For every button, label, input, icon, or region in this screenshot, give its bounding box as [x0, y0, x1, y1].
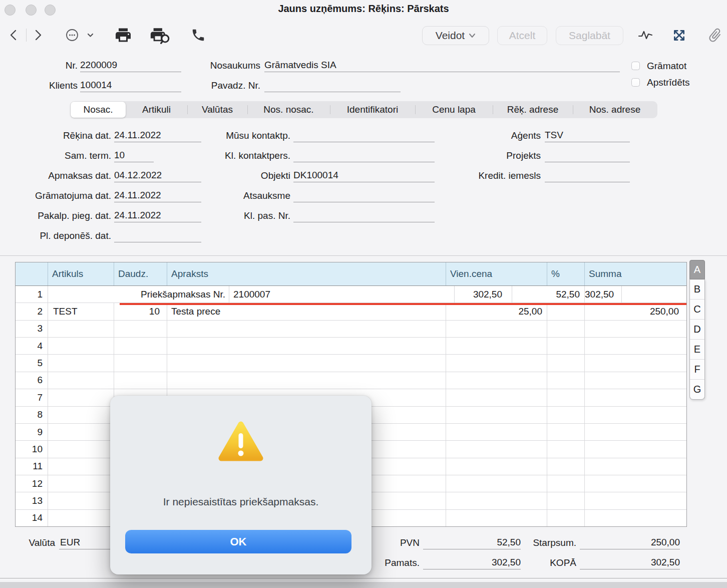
- more-options-icon[interactable]: [65, 28, 97, 42]
- letter-tab-b[interactable]: B: [690, 279, 704, 300]
- tab-cenu-lapa[interactable]: Cenu lapa: [415, 102, 493, 118]
- agents-field[interactable]: TSV: [545, 127, 630, 142]
- pakalp-pieg-dat-field[interactable]: 24.11.2022: [114, 207, 201, 222]
- vien-cena-cell[interactable]: 302,50: [455, 286, 512, 303]
- table-cell[interactable]: [48, 441, 114, 457]
- table-cell[interactable]: [114, 372, 167, 389]
- letter-tab-d[interactable]: D: [690, 320, 704, 340]
- tab-r-adrese[interactable]: Rēķ. adrese: [493, 102, 573, 118]
- table-row[interactable]: 6: [16, 372, 686, 389]
- table-cell[interactable]: [585, 510, 686, 526]
- table-cell[interactable]: [446, 321, 547, 337]
- table-row[interactable]: 5: [16, 355, 686, 372]
- table-cell[interactable]: [48, 355, 114, 371]
- artikuls-cell[interactable]: TEST: [48, 303, 114, 320]
- table-cell[interactable]: [446, 424, 547, 440]
- letter-tab-a-selected[interactable]: A: [689, 260, 705, 279]
- tab-identifikatori[interactable]: Identifikatori: [330, 102, 415, 118]
- summa-cell[interactable]: 250,00: [585, 303, 686, 320]
- table-cell[interactable]: [547, 458, 585, 475]
- musu-kontaktp-field[interactable]: [293, 127, 435, 142]
- rekina-dat-field[interactable]: 24.11.2022: [114, 127, 201, 142]
- table-cell[interactable]: [48, 372, 114, 389]
- table-row-item[interactable]: 2 TEST 10 Testa prece 25,00 250,00: [16, 303, 686, 320]
- nr-field[interactable]: 2200009: [80, 57, 181, 72]
- table-cell[interactable]: [585, 338, 686, 354]
- table-cell[interactable]: [167, 338, 446, 354]
- phone-icon[interactable]: [191, 28, 206, 43]
- table-cell[interactable]: [446, 338, 547, 354]
- kopa-field[interactable]: 302,50: [580, 554, 680, 569]
- atsauksme-field[interactable]: [293, 187, 435, 202]
- table-cell[interactable]: [48, 407, 114, 423]
- summa-cell[interactable]: 302,50: [585, 286, 622, 303]
- table-cell[interactable]: [547, 441, 585, 457]
- atcelt-button[interactable]: Atcelt: [497, 26, 547, 45]
- saglabat-button[interactable]: Saglabāt: [556, 26, 623, 45]
- table-cell[interactable]: [446, 389, 547, 406]
- table-cell[interactable]: [585, 372, 686, 389]
- gramatot-checkbox[interactable]: [631, 62, 640, 70]
- pct-cell[interactable]: 52,50: [512, 286, 585, 303]
- table-cell[interactable]: [167, 372, 446, 389]
- table-row[interactable]: 4: [16, 338, 686, 355]
- starpsum-field[interactable]: 250,00: [580, 534, 680, 549]
- table-cell[interactable]: [585, 492, 686, 509]
- gramatojuma-dat-field[interactable]: 24.11.2022: [114, 187, 201, 202]
- table-cell[interactable]: [48, 510, 114, 526]
- activity-icon[interactable]: [638, 29, 653, 42]
- table-cell[interactable]: [547, 338, 585, 354]
- tab-artikuli[interactable]: Artikuli: [126, 102, 187, 118]
- table-cell[interactable]: [547, 407, 585, 423]
- print-preview-icon[interactable]: [149, 26, 171, 45]
- table-cell[interactable]: [547, 372, 585, 389]
- table-row-prepayment[interactable]: 1 Priekšapmaksas Nr. 2100007 302,50 52,5…: [16, 286, 686, 303]
- sam-term-field[interactable]: 10: [114, 147, 154, 162]
- vien-cena-cell[interactable]: 25,00: [446, 303, 547, 320]
- table-cell[interactable]: [114, 355, 167, 371]
- letter-tab-f[interactable]: F: [690, 360, 704, 380]
- table-cell[interactable]: [48, 321, 114, 337]
- kl-kontaktpers-field[interactable]: [293, 147, 435, 162]
- table-cell[interactable]: [446, 492, 547, 509]
- projekts-field[interactable]: [545, 147, 630, 162]
- prepayment-number-cell[interactable]: 2100007: [229, 286, 455, 303]
- nosaukums-field[interactable]: Grāmatvedis SIA: [264, 57, 620, 72]
- table-cell[interactable]: [547, 475, 585, 492]
- expand-icon[interactable]: [672, 29, 686, 42]
- table-cell[interactable]: [446, 458, 547, 475]
- kl-pas-nr-field[interactable]: [293, 207, 435, 222]
- tab-nos-adrese[interactable]: Nos. adrese: [573, 102, 657, 118]
- table-cell[interactable]: [446, 372, 547, 389]
- table-cell[interactable]: [48, 458, 114, 475]
- letter-tab-g[interactable]: G: [690, 380, 704, 399]
- pct-cell[interactable]: [547, 303, 585, 320]
- table-cell[interactable]: [446, 355, 547, 371]
- table-cell[interactable]: [585, 424, 686, 440]
- table-cell[interactable]: [547, 389, 585, 406]
- table-cell[interactable]: [585, 321, 686, 337]
- table-cell[interactable]: [585, 389, 686, 406]
- table-cell[interactable]: [585, 441, 686, 457]
- table-cell[interactable]: [48, 475, 114, 492]
- table-cell[interactable]: [167, 355, 446, 371]
- objekti-field[interactable]: DK100014: [293, 167, 435, 182]
- daudz-cell[interactable]: 10: [114, 303, 167, 320]
- kredit-iemesls-field[interactable]: [545, 167, 630, 182]
- pamats-field[interactable]: 302,50: [423, 554, 521, 569]
- table-cell[interactable]: [547, 510, 585, 526]
- tab-nos-nosac[interactable]: Nos. nosac.: [247, 102, 330, 118]
- table-cell[interactable]: [446, 510, 547, 526]
- table-cell[interactable]: [547, 492, 585, 509]
- apraksts-cell[interactable]: Testa prece: [167, 303, 446, 320]
- pvn-field[interactable]: 52,50: [423, 534, 521, 549]
- table-cell[interactable]: [585, 355, 686, 371]
- table-cell[interactable]: [167, 321, 446, 337]
- table-cell[interactable]: [547, 355, 585, 371]
- apmaksas-dat-field[interactable]: 04.12.2022: [114, 167, 201, 182]
- table-cell[interactable]: [585, 475, 686, 492]
- tab-val-tas[interactable]: Valūtas: [187, 102, 247, 118]
- table-cell[interactable]: [446, 475, 547, 492]
- table-cell[interactable]: [48, 492, 114, 509]
- klients-field[interactable]: 100014: [80, 77, 181, 92]
